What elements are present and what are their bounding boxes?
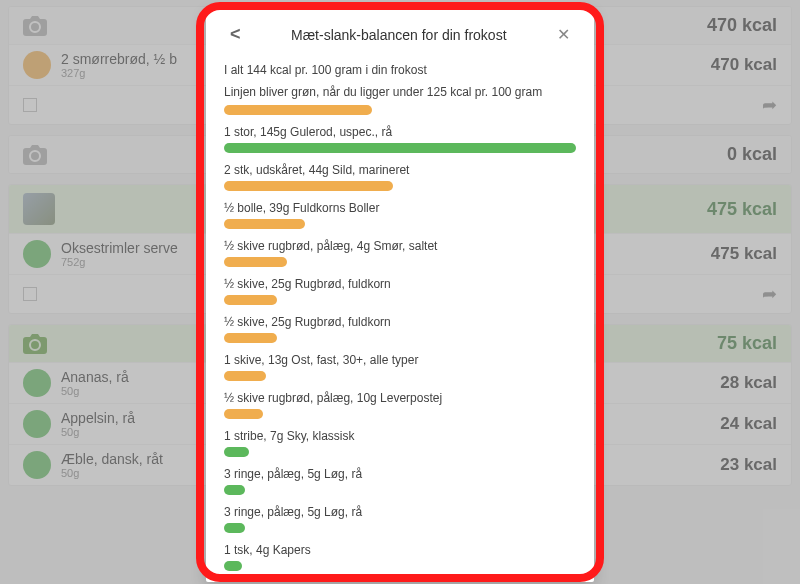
balance-item-label: 1 stor, 145g Gulerod, uspec., rå (224, 125, 576, 139)
intro-meter (224, 105, 372, 115)
modal-title: Mæt-slank-balancen for din frokost (247, 27, 551, 43)
balance-item: 1 stor, 145g Gulerod, uspec., rå (224, 125, 576, 153)
balance-modal: < Mæt-slank-balancen for din frokost ✕ I… (206, 10, 594, 582)
balance-item-label: ½ skive, 25g Rugbrød, fuldkorn (224, 277, 576, 291)
balance-item-meter (224, 257, 287, 267)
balance-item: ½ skive, 25g Rugbrød, fuldkorn (224, 277, 576, 305)
balance-item-meter (224, 371, 266, 381)
close-button[interactable]: ✕ (551, 23, 576, 46)
balance-item: ½ skive, 25g Rugbrød, fuldkorn (224, 315, 576, 343)
balance-item-label: 1 skive, 13g Ost, fast, 30+, alle typer (224, 353, 576, 367)
balance-item-meter (224, 219, 305, 229)
balance-item-label: ½ skive rugbrød, pålæg, 10g Leverpostej (224, 391, 576, 405)
balance-item-label: 2 stk, udskåret, 44g Sild, marineret (224, 163, 576, 177)
balance-item-label: 1 knivspids, 1g Peber, sort (224, 581, 576, 582)
intro-line-2: Linjen bliver grøn, når du ligger under … (224, 83, 576, 101)
balance-item: 1 knivspids, 1g Peber, sort (224, 581, 576, 582)
balance-item: 1 stribe, 7g Sky, klassisk (224, 429, 576, 457)
balance-item: ½ skive rugbrød, pålæg, 10g Leverpostej (224, 391, 576, 419)
balance-item-meter (224, 485, 245, 495)
balance-item-label: 1 tsk, 4g Kapers (224, 543, 576, 557)
balance-item: ½ skive rugbrød, pålæg, 4g Smør, saltet (224, 239, 576, 267)
balance-item: 3 ringe, pålæg, 5g Løg, rå (224, 505, 576, 533)
balance-item: 1 tsk, 4g Kapers (224, 543, 576, 571)
balance-item-label: ½ skive, 25g Rugbrød, fuldkorn (224, 315, 576, 329)
balance-item-meter (224, 143, 576, 153)
balance-item-label: 1 stribe, 7g Sky, klassisk (224, 429, 576, 443)
balance-item-meter (224, 561, 242, 571)
balance-item-label: 3 ringe, pålæg, 5g Løg, rå (224, 467, 576, 481)
balance-item: ½ bolle, 39g Fuldkorns Boller (224, 201, 576, 229)
balance-item-meter (224, 409, 263, 419)
balance-item: 3 ringe, pålæg, 5g Løg, rå (224, 467, 576, 495)
balance-item: 1 skive, 13g Ost, fast, 30+, alle typer (224, 353, 576, 381)
balance-item-label: ½ bolle, 39g Fuldkorns Boller (224, 201, 576, 215)
intro-line-1: I alt 144 kcal pr. 100 gram i din frokos… (224, 61, 576, 79)
balance-item-meter (224, 523, 245, 533)
balance-item-meter (224, 295, 277, 305)
balance-item-meter (224, 447, 249, 457)
balance-item-meter (224, 181, 393, 191)
food-item-list: 1 stor, 145g Gulerod, uspec., rå2 stk, u… (224, 125, 576, 582)
balance-item-meter (224, 333, 277, 343)
balance-item-label: ½ skive rugbrød, pålæg, 4g Smør, saltet (224, 239, 576, 253)
balance-item: 2 stk, udskåret, 44g Sild, marineret (224, 163, 576, 191)
balance-item-label: 3 ringe, pålæg, 5g Løg, rå (224, 505, 576, 519)
back-button[interactable]: < (224, 22, 247, 47)
